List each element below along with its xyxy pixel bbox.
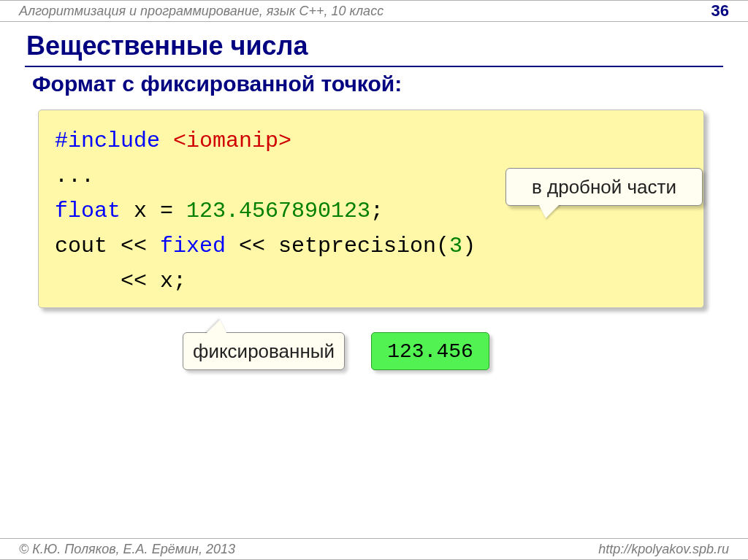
copyright-text: © К.Ю. Поляков, Е.А. Ерёмин, 2013 <box>19 542 235 557</box>
footer-url: http://kpolyakov.spb.ru <box>598 542 729 557</box>
fixed-callout-text: фиксированный <box>193 340 335 363</box>
code-line-1: #include <iomanip> <box>55 123 687 158</box>
top-bar: Алгоритмизация и программирование, язык … <box>0 0 748 22</box>
precision-value: 3 <box>449 234 462 258</box>
code-line-4: cout << fixed << setprecision(3) <box>55 229 687 264</box>
page-number: 36 <box>711 1 729 20</box>
cout-pre: cout << <box>55 234 160 258</box>
var-decl-text: x = <box>121 199 186 223</box>
slide-title: Вещественные числа <box>26 31 308 61</box>
semicolon: ; <box>370 199 383 223</box>
title-underline <box>25 66 723 67</box>
include-keyword: #include <box>55 129 160 153</box>
cout-post: ) <box>462 234 476 258</box>
course-label: Алгоритмизация и программирование, язык … <box>19 4 383 19</box>
float-keyword: float <box>55 199 121 223</box>
float-literal: 123.4567890123 <box>186 199 370 223</box>
fixed-callout: фиксированный <box>183 332 345 370</box>
cout-mid: << setprecision( <box>226 234 449 258</box>
fixed-keyword: fixed <box>160 234 226 258</box>
code-block: #include <iomanip> ... float x = 123.456… <box>38 110 704 308</box>
result-value: 123.456 <box>387 340 473 363</box>
code-line-5: << x; <box>55 264 687 299</box>
include-library: <iomanip> <box>173 129 291 153</box>
fraction-callout-text: в дробной части <box>532 176 676 199</box>
slide-subtitle: Формат с фиксированной точкой: <box>32 72 402 96</box>
footer-bar: © К.Ю. Поляков, Е.А. Ерёмин, 2013 http:/… <box>0 538 748 560</box>
result-output: 123.456 <box>371 332 489 370</box>
fraction-callout: в дробной части <box>505 168 703 206</box>
